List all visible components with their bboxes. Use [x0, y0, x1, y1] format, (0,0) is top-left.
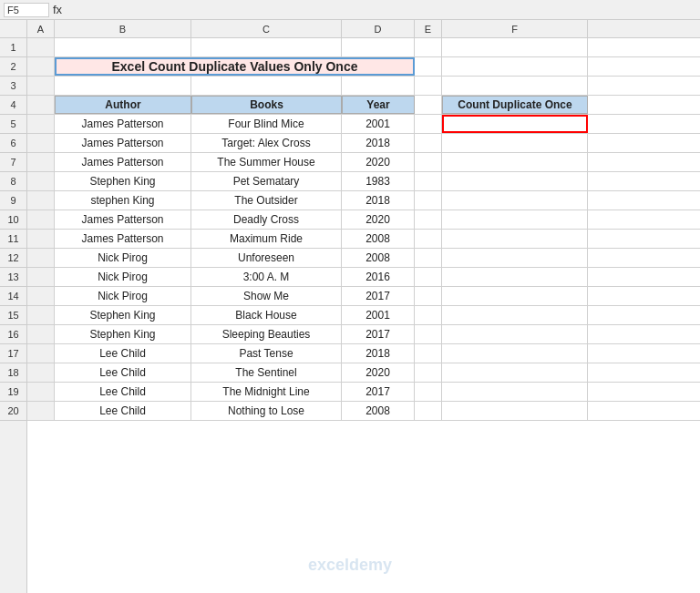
row-num-17[interactable]: 17	[0, 344, 26, 363]
cell-D9[interactable]: 2018	[342, 191, 415, 210]
row-num-12[interactable]: 12	[0, 249, 26, 268]
cell-D16[interactable]: 2017	[342, 325, 415, 343]
cell-C3[interactable]	[191, 77, 342, 95]
cell-E20[interactable]	[415, 402, 442, 420]
row-num-8[interactable]: 8	[0, 172, 26, 191]
cell-B7[interactable]: James Patterson	[55, 153, 191, 171]
cell-C12[interactable]: Unforeseen	[191, 249, 342, 267]
cell-C1[interactable]	[191, 38, 342, 56]
cell-F9[interactable]	[442, 191, 588, 210]
cell-B20[interactable]: Lee Child	[55, 402, 191, 420]
col-header-E[interactable]: E	[415, 20, 442, 37]
cell-D11[interactable]: 2008	[342, 230, 415, 248]
cell-B12[interactable]: Nick Pirog	[55, 249, 191, 267]
cell-E18[interactable]	[415, 363, 442, 382]
cell-D6[interactable]: 2018	[342, 134, 415, 152]
cell-A10[interactable]	[27, 210, 55, 229]
cell-C5[interactable]: Four Blind Mice	[191, 115, 342, 133]
cell-E10[interactable]	[415, 210, 442, 229]
cell-C17[interactable]: Past Tense	[191, 344, 342, 363]
cell-E13[interactable]	[415, 268, 442, 286]
row-num-9[interactable]: 9	[0, 191, 26, 210]
cell-B11[interactable]: James Patterson	[55, 230, 191, 248]
row-num-10[interactable]: 10	[0, 210, 26, 230]
row-num-20[interactable]: 20	[0, 402, 26, 421]
cell-F19[interactable]	[442, 383, 588, 401]
cell-C14[interactable]: Show Me	[191, 287, 342, 305]
cell-C9[interactable]: The Outsider	[191, 191, 342, 210]
cell-A19[interactable]	[27, 383, 55, 401]
cell-A8[interactable]	[27, 172, 55, 190]
cell-F16[interactable]	[442, 325, 588, 343]
cell-D18[interactable]: 2020	[342, 363, 415, 382]
cell-A4[interactable]	[27, 96, 55, 114]
cell-C19[interactable]: The Midnight Line	[191, 383, 342, 401]
cell-C11[interactable]: Maximum Ride	[191, 230, 342, 248]
cell-B10[interactable]: James Patterson	[55, 210, 191, 229]
row-num-14[interactable]: 14	[0, 287, 26, 306]
cell-A13[interactable]	[27, 268, 55, 286]
cell-E6[interactable]	[415, 134, 442, 152]
cell-B16[interactable]: Stephen King	[55, 325, 191, 343]
cell-E3[interactable]	[415, 77, 442, 95]
cell-F3[interactable]	[442, 77, 588, 95]
cell-F8[interactable]	[442, 172, 588, 190]
cell-E16[interactable]	[415, 325, 442, 343]
cell-B18[interactable]: Lee Child	[55, 363, 191, 382]
cell-B8[interactable]: Stephen King	[55, 172, 191, 190]
cell-D15[interactable]: 2001	[342, 306, 415, 324]
cell-A18[interactable]	[27, 363, 55, 382]
cell-C18[interactable]: The Sentinel	[191, 363, 342, 382]
cell-B19[interactable]: Lee Child	[55, 383, 191, 401]
cell-C15[interactable]: Black House	[191, 306, 342, 324]
cell-F18[interactable]	[442, 363, 588, 382]
cell-B1[interactable]	[55, 38, 191, 56]
cell-E9[interactable]	[415, 191, 442, 210]
title-cell[interactable]: Excel Count Duplicate Values Only Once	[55, 57, 415, 76]
cell-A1[interactable]	[27, 38, 55, 56]
cell-E1[interactable]	[415, 38, 442, 56]
cell-E5[interactable]	[415, 115, 442, 133]
cell-D1[interactable]	[342, 38, 415, 56]
cell-B13[interactable]: Nick Pirog	[55, 268, 191, 286]
cell-F13[interactable]	[442, 268, 588, 286]
cell-F1[interactable]	[442, 38, 588, 56]
cell-C7[interactable]: The Summer House	[191, 153, 342, 171]
cell-A11[interactable]	[27, 230, 55, 248]
cell-B5[interactable]: James Patterson	[55, 115, 191, 133]
row-num-11[interactable]: 11	[0, 230, 26, 249]
header-books[interactable]: Books	[191, 96, 342, 114]
cell-F15[interactable]	[442, 306, 588, 324]
cell-C6[interactable]: Target: Alex Cross	[191, 134, 342, 152]
row-num-4[interactable]: 4	[0, 96, 26, 115]
cell-A12[interactable]	[27, 249, 55, 267]
cell-E2[interactable]	[415, 57, 442, 76]
cell-C8[interactable]: Pet Sematary	[191, 172, 342, 190]
row-num-6[interactable]: 6	[0, 134, 26, 153]
cell-C20[interactable]: Nothing to Lose	[191, 402, 342, 420]
cell-B14[interactable]: Nick Pirog	[55, 287, 191, 305]
cell-B15[interactable]: Stephen King	[55, 306, 191, 324]
row-num-1[interactable]: 1	[0, 38, 26, 57]
cell-D14[interactable]: 2017	[342, 287, 415, 305]
cell-A7[interactable]	[27, 153, 55, 171]
cell-C13[interactable]: 3:00 A. M	[191, 268, 342, 286]
cell-A16[interactable]	[27, 325, 55, 343]
cell-C10[interactable]: Deadly Cross	[191, 210, 342, 229]
cell-E17[interactable]	[415, 344, 442, 363]
col-header-C[interactable]: C	[191, 20, 342, 37]
cell-D3[interactable]	[342, 77, 415, 95]
col-header-F[interactable]: F	[442, 20, 588, 37]
cell-D10[interactable]: 2020	[342, 210, 415, 229]
cell-A3[interactable]	[27, 77, 55, 95]
cell-E11[interactable]	[415, 230, 442, 248]
cell-F2[interactable]	[442, 57, 588, 76]
cell-D17[interactable]: 2018	[342, 344, 415, 363]
cell-A14[interactable]	[27, 287, 55, 305]
row-num-2[interactable]: 2	[0, 57, 26, 77]
cell-F7[interactable]	[442, 153, 588, 171]
cell-F11[interactable]	[442, 230, 588, 248]
header-year[interactable]: Year	[342, 96, 415, 114]
cell-B9[interactable]: stephen King	[55, 191, 191, 210]
cell-F20[interactable]	[442, 402, 588, 420]
